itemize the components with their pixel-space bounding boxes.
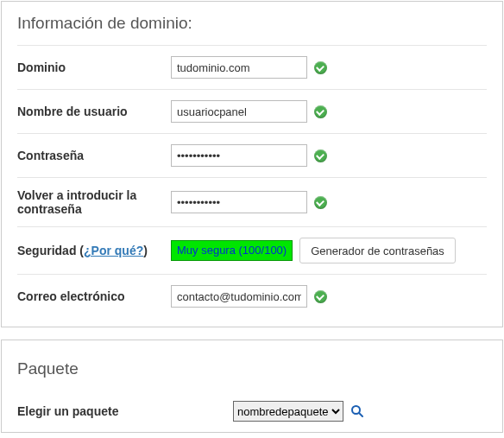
row-password-confirm: Volver a introducir la contraseña [17, 177, 487, 226]
username-label: Nombre de usuario [17, 105, 171, 118]
username-input[interactable] [171, 100, 307, 123]
row-choose-package: Elegir un paquete nombredepaquete [17, 390, 487, 432]
row-security: Seguridad (¿Por qué?) Muy segura (100/10… [17, 226, 487, 274]
password-confirm-input[interactable] [171, 191, 307, 213]
valid-check-icon [314, 196, 327, 209]
package-panel: Paquete Elegir un paquete nombredepaquet… [1, 340, 503, 433]
security-label: Seguridad (¿Por qué?) [17, 244, 171, 257]
security-label-pre: Seguridad ( [17, 244, 84, 257]
valid-check-icon [314, 149, 327, 162]
password-strength-indicator: Muy segura (100/100) [171, 240, 293, 261]
svg-line-1 [359, 413, 362, 416]
package-title: Paquete [17, 359, 487, 378]
email-input[interactable] [171, 285, 307, 308]
valid-check-icon [314, 61, 327, 74]
row-domain: Dominio [17, 45, 487, 89]
security-label-post: ) [143, 244, 148, 257]
choose-package-label: Elegir un paquete [17, 404, 233, 418]
domain-label: Dominio [17, 60, 171, 74]
package-select[interactable]: nombredepaquete [233, 401, 343, 422]
valid-check-icon [314, 290, 327, 303]
email-label: Correo electrónico [17, 289, 171, 303]
password-confirm-label: Volver a introducir la contraseña [17, 188, 171, 216]
security-why-link[interactable]: ¿Por qué? [84, 244, 143, 257]
password-label: Contraseña [17, 149, 171, 162]
valid-check-icon [314, 105, 327, 118]
domain-input[interactable] [171, 56, 307, 79]
password-generator-button[interactable]: Generador de contraseñas [299, 238, 456, 263]
password-input[interactable] [171, 144, 307, 167]
row-password: Contraseña [17, 133, 487, 177]
domain-info-title: Información de dominio: [17, 14, 487, 33]
row-email: Correo electrónico [17, 274, 487, 318]
search-icon[interactable] [350, 404, 364, 418]
row-username: Nombre de usuario [17, 89, 487, 133]
domain-info-panel: Información de dominio: Dominio Nombre d… [1, 1, 503, 327]
